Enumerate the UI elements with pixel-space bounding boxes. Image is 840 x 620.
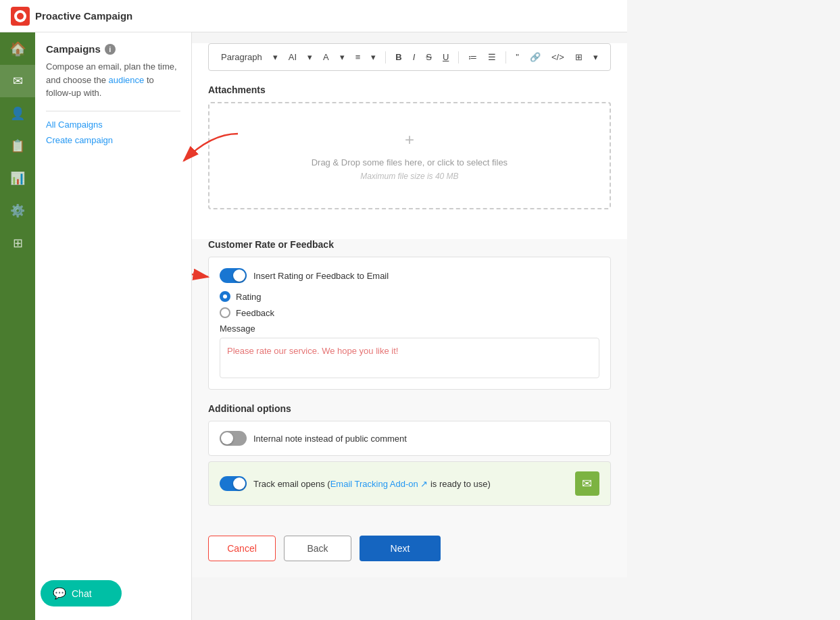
additional-options-title: Additional options: [208, 403, 611, 414]
sidebar-description: Compose an email, plan the time, and cho…: [46, 60, 180, 100]
nav-analytics[interactable]: 📊: [0, 162, 35, 195]
back-button[interactable]: Back: [284, 536, 351, 561]
toolbar-divider-1: [385, 51, 386, 63]
feedback-radio[interactable]: [220, 307, 230, 318]
toolbar-align[interactable]: ≡: [351, 49, 365, 65]
toolbar-chevron-down[interactable]: ▾: [269, 49, 282, 65]
toolbar-paragraph[interactable]: Paragraph: [217, 49, 266, 65]
nav-orders[interactable]: 📋: [0, 130, 35, 162]
rating-label: Rating: [236, 292, 262, 302]
tracking-icon: ✉: [575, 471, 599, 496]
sidebar-title: Campaigns i: [46, 43, 180, 55]
track-email-toggle[interactable]: [220, 476, 247, 491]
insert-rating-toggle[interactable]: [220, 268, 247, 283]
message-text: Please rate our service. We hope you lik…: [227, 346, 398, 356]
toolbar-strikethrough[interactable]: S: [422, 49, 436, 65]
toolbar-ai[interactable]: AI: [285, 49, 301, 65]
feedback-label: Feedback: [236, 308, 274, 318]
insert-rating-toggle-row: Insert Rating or Feedback to Email: [220, 268, 599, 283]
next-button[interactable]: Next: [360, 536, 441, 561]
nav-contacts[interactable]: 👤: [0, 97, 35, 130]
toolbar-font-chevron[interactable]: ▾: [336, 49, 349, 65]
drag-drop-text: Drag & Drop some files here, or click to…: [223, 157, 596, 167]
toolbar-numbered-list[interactable]: ☰: [484, 49, 500, 65]
toolbar-table[interactable]: ⊞: [571, 49, 587, 65]
content-area: Paragraph ▾ AI ▾ A ▾ ≡ ▾ B I S U ≔ ☰: [192, 43, 627, 239]
toolbar-divider-2: [458, 51, 459, 63]
max-size-text: Maximum file size is 40 MB: [223, 172, 596, 181]
editor-toolbar: Paragraph ▾ AI ▾ A ▾ ≡ ▾ B I S U ≔ ☰: [208, 43, 611, 71]
footer-buttons: Cancel Back Next: [192, 525, 627, 577]
cancel-button[interactable]: Cancel: [208, 536, 276, 561]
customer-rate-wrapper: Customer Rate or Feedback: [192, 239, 627, 403]
icon-nav: 🏠 ✉ 👤 📋 📊 ⚙️ ⊞: [0, 32, 35, 620]
chat-button[interactable]: 💬 Chat: [41, 580, 122, 606]
feedback-box-container: Insert Rating or Feedback to Email Ratin…: [208, 257, 611, 390]
nav-grid[interactable]: ⊞: [0, 227, 35, 259]
chat-label: Chat: [72, 588, 92, 599]
attachments-dropzone[interactable]: + Drag & Drop some files here, or click …: [208, 102, 611, 209]
toolbar-code[interactable]: </>: [547, 49, 568, 65]
message-box[interactable]: Please rate our service. We hope you lik…: [220, 338, 599, 378]
internal-note-content: Internal note instead of public comment: [220, 431, 599, 446]
toolbar-underline[interactable]: U: [439, 49, 453, 65]
internal-note-label: Internal note instead of public comment: [253, 434, 407, 444]
toolbar-align-chevron[interactable]: ▾: [367, 49, 380, 65]
toolbar-link[interactable]: 🔗: [526, 49, 545, 65]
track-email-knob: [233, 477, 245, 490]
rating-radio[interactable]: [220, 291, 230, 302]
logo-icon: [14, 10, 26, 22]
create-campaign-link[interactable]: Create campaign: [46, 135, 180, 145]
all-campaigns-link[interactable]: All Campaigns: [46, 120, 180, 130]
feedback-box: Insert Rating or Feedback to Email Ratin…: [208, 257, 611, 390]
app-title: Proactive Campaign: [35, 10, 132, 22]
toggle-knob: [233, 269, 245, 282]
toolbar-ai-chevron[interactable]: ▾: [303, 49, 316, 65]
toolbar-table-chevron[interactable]: ▾: [589, 49, 602, 65]
feedback-radio-row: Feedback: [220, 307, 599, 318]
nav-email[interactable]: ✉: [0, 65, 35, 97]
app-title-bar: Proactive Campaign: [0, 0, 627, 32]
additional-options-wrapper: Additional options Internal note instead…: [192, 403, 627, 525]
nav-home[interactable]: 🏠: [0, 32, 35, 65]
nav-settings[interactable]: ⚙️: [0, 195, 35, 227]
info-badge: i: [105, 44, 116, 55]
toolbar-font-color[interactable]: A: [319, 49, 333, 65]
logo-container: [11, 7, 30, 26]
message-label: Message: [220, 324, 599, 334]
sidebar-divider: [46, 111, 180, 111]
rating-radio-row: Rating: [220, 291, 599, 302]
toolbar-bold[interactable]: B: [391, 49, 405, 65]
track-email-option: Track email opens (Email Tracking Add-on…: [208, 461, 611, 506]
main-content: Paragraph ▾ AI ▾ A ▾ ≡ ▾ B I S U ≔ ☰: [192, 32, 627, 620]
plus-icon: +: [223, 130, 596, 149]
toolbar-italic[interactable]: I: [409, 49, 420, 65]
internal-note-toggle[interactable]: [220, 431, 247, 446]
track-email-content: Track email opens (Email Tracking Add-on…: [220, 476, 575, 491]
insert-rating-label: Insert Rating or Feedback to Email: [253, 271, 389, 281]
customer-rate-title: Customer Rate or Feedback: [208, 239, 611, 250]
sidebar: Campaigns i Compose an email, plan the t…: [35, 32, 192, 620]
toolbar-blockquote[interactable]: ": [512, 49, 523, 65]
attachments-title: Attachments: [208, 84, 611, 95]
toolbar-bullet-list[interactable]: ≔: [464, 49, 481, 65]
toolbar-divider-3: [505, 51, 506, 63]
track-email-label: Track email opens (Email Tracking Add-on…: [253, 479, 491, 489]
internal-note-knob: [221, 432, 233, 444]
email-tracking-link[interactable]: Email Tracking Add-on ↗: [330, 479, 428, 489]
chat-icon: 💬: [53, 587, 66, 600]
internal-note-option: Internal note instead of public comment: [208, 421, 611, 456]
